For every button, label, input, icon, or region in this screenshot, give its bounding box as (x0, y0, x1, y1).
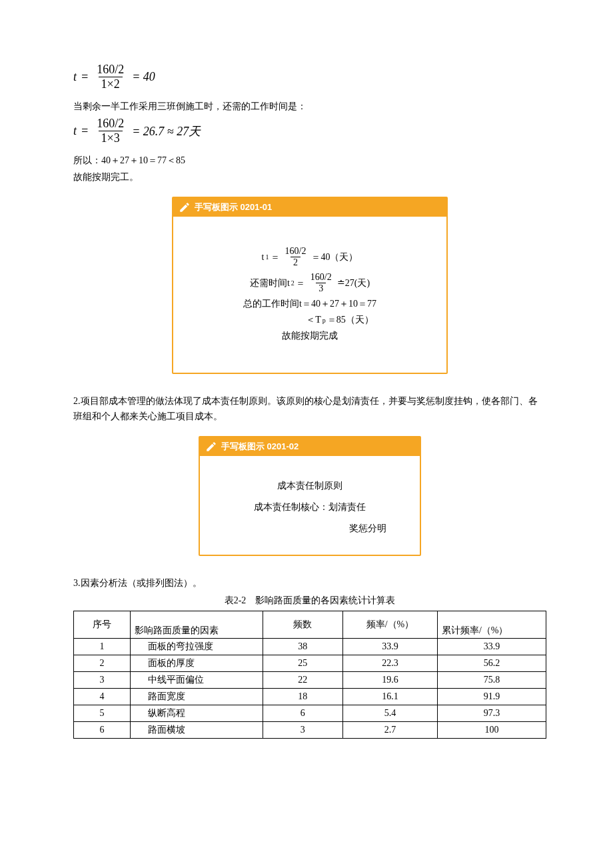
eq1-denominator: 1×2 (99, 77, 123, 91)
table-cell: 1 (74, 639, 131, 655)
table-cell: 面板的弯拉强度 (131, 639, 263, 655)
table-cell: 5 (74, 705, 131, 722)
hw2-line-1: 成本责任制原则 (213, 480, 406, 492)
hw1-line-4: ＜Tp ＝85（天） (187, 314, 433, 326)
eq2-denominator: 1×3 (99, 131, 123, 145)
eq1-fraction: 160/2 1×2 (94, 63, 127, 91)
table-cell: 2.7 (343, 722, 438, 739)
handwriting-panel-1-header: 手写板图示 0201-01 (173, 198, 446, 217)
equation-2: t = 160/2 1×3 = 26.7 ≈ 27天 (73, 117, 546, 145)
table-cell: 路面宽度 (131, 689, 263, 705)
pencil-icon (205, 441, 217, 453)
table-cell: 33.9 (343, 639, 438, 655)
paragraph-1: 当剩余一半工作采用三班倒施工时，还需的工作时间是： (73, 99, 546, 114)
eq1-numerator: 160/2 (94, 63, 127, 77)
handwriting-panel-1-title: 手写板图示 0201-01 (195, 201, 272, 213)
factors-table: 序号 影响路面质量的因素 频数 频率/（%） 累计频率/（%） 1面板的弯拉强度… (73, 611, 546, 739)
th-freq: 频数 (263, 611, 343, 639)
table-cell: 3 (74, 672, 131, 689)
hw1-line-1: t1 ＝ 160/2 2 ＝40（天） (187, 246, 433, 268)
table-cell: 56.2 (437, 655, 546, 672)
hw2-line-3: 奖惩分明 (213, 523, 406, 535)
eq2-numerator: 160/2 (94, 117, 127, 131)
table-cell: 4 (74, 689, 131, 705)
table-cell: 100 (437, 722, 546, 739)
table-row: 1面板的弯拉强度3833.933.9 (74, 639, 546, 655)
paragraph-2: 所以：40＋27＋10＝77＜85 (73, 153, 546, 168)
table-caption: 表2-2 影响路面质量的各因素统计计算表 (73, 595, 546, 607)
table-cell: 路面横坡 (131, 722, 263, 739)
table-cell: 5.4 (343, 705, 438, 722)
table-cell: 中线平面偏位 (131, 672, 263, 689)
handwriting-panel-1: 手写板图示 0201-01 t1 ＝ 160/2 2 ＝40（天） 还需时间t2… (172, 197, 448, 374)
table-cell: 97.3 (437, 705, 546, 722)
hw1-line-5: 故能按期完成 (187, 330, 433, 342)
table-row: 2面板的厚度2522.356.2 (74, 655, 546, 672)
handwriting-panel-2-header: 手写板图示 0201-02 (200, 437, 420, 456)
paragraph-3: 故能按期完工。 (73, 170, 546, 185)
th-cumrate: 累计频率/（%） (437, 611, 546, 639)
table-row: 3中线平面偏位2219.675.8 (74, 672, 546, 689)
table-cell: 25 (263, 655, 343, 672)
th-factor: 影响路面质量的因素 (131, 611, 263, 639)
handwriting-panel-1-body: t1 ＝ 160/2 2 ＝40（天） 还需时间t2 ＝ 160/2 3 ≐27… (173, 217, 446, 373)
table-cell: 33.9 (437, 639, 546, 655)
table-cell: 22 (263, 672, 343, 689)
equation-1: t = 160/2 1×2 = 40 (73, 63, 546, 91)
table-header-row: 序号 影响路面质量的因素 频数 频率/（%） 累计频率/（%） (74, 611, 546, 639)
table-cell: 3 (263, 722, 343, 739)
eq1-rhs: = 40 (132, 70, 155, 84)
handwriting-panel-2-title: 手写板图示 0201-02 (221, 441, 299, 453)
th-rate: 频率/（%） (343, 611, 438, 639)
eq1-lhs: t (73, 70, 77, 84)
table-cell: 纵断高程 (131, 705, 263, 722)
table-cell: 16.1 (343, 689, 438, 705)
table-cell: 91.9 (437, 689, 546, 705)
eq2-rhs: = 26.7 ≈ 27天 (132, 123, 201, 139)
table-row: 4路面宽度1816.191.9 (74, 689, 546, 705)
hw1-line-3: 总的工作时间t＝40＋27＋10＝77 (187, 298, 433, 310)
pencil-icon (179, 201, 191, 213)
paragraph-4: 2.项目部成本管理的做法体现了成本责任制原则。该原则的核心是划清责任，并要与奖惩… (73, 394, 546, 424)
table-row: 5纵断高程65.497.3 (74, 705, 546, 722)
eq2-fraction: 160/2 1×3 (94, 117, 127, 145)
table-row: 6路面横坡32.7100 (74, 722, 546, 739)
table-cell: 6 (74, 722, 131, 739)
handwriting-panel-2-body: 成本责任制原则 成本责任制核心：划清责任 奖惩分明 (200, 456, 420, 555)
hw2-line-2: 成本责任制核心：划清责任 (213, 501, 406, 513)
hw1-line-2: 还需时间t2 ＝ 160/2 3 ≐27(天) (187, 272, 433, 294)
table-cell: 38 (263, 639, 343, 655)
table-cell: 22.3 (343, 655, 438, 672)
th-index: 序号 (74, 611, 131, 639)
table-cell: 6 (263, 705, 343, 722)
table-cell: 2 (74, 655, 131, 672)
paragraph-5: 3.因素分析法（或排列图法）。 (73, 576, 546, 591)
table-cell: 19.6 (343, 672, 438, 689)
handwriting-panel-2: 手写板图示 0201-02 成本责任制原则 成本责任制核心：划清责任 奖惩分明 (199, 436, 421, 556)
table-cell: 75.8 (437, 672, 546, 689)
table-cell: 面板的厚度 (131, 655, 263, 672)
eq2-lhs: t (73, 124, 77, 138)
table-cell: 18 (263, 689, 343, 705)
